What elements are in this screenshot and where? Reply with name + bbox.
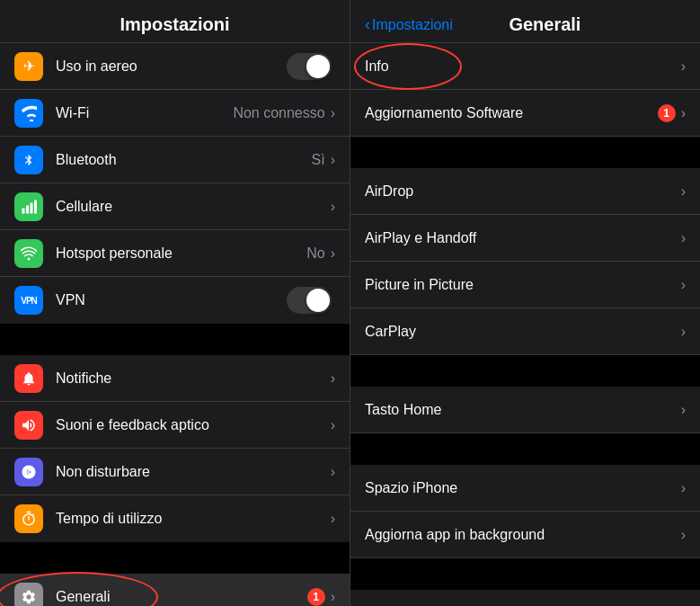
left-panel: Impostazioni ✈ Uso in aereo Wi-Fi Non co… — [0, 0, 350, 606]
section-connectivity: ✈ Uso in aereo Wi-Fi Non connesso › Blue… — [0, 43, 350, 324]
carplay-chevron: › — [681, 324, 686, 340]
back-button[interactable]: ‹ Impostazioni — [365, 15, 453, 34]
right-divider-4 — [350, 558, 700, 590]
row-spazio[interactable]: Spazio iPhone › — [350, 465, 700, 512]
suoni-icon — [14, 411, 43, 440]
notifiche-label: Notifiche — [56, 370, 331, 387]
vpn-toggle[interactable] — [287, 287, 332, 314]
back-label: Impostazioni — [372, 17, 453, 33]
right-header: ‹ Impostazioni Generali — [350, 0, 700, 43]
left-title: Impostazioni — [120, 14, 229, 34]
left-header: Impostazioni — [0, 0, 350, 43]
row-suoni[interactable]: Suoni e feedback aptico › — [0, 402, 350, 449]
suoni-label: Suoni e feedback aptico — [56, 417, 331, 433]
airplane-toggle[interactable] — [287, 53, 332, 80]
vpn-icon: VPN — [14, 286, 43, 315]
generali-icon — [14, 583, 43, 607]
carplay-label: CarPlay — [365, 324, 681, 340]
hotspot-chevron: › — [331, 245, 335, 262]
svg-point-4 — [28, 257, 31, 260]
spazio-label: Spazio iPhone — [365, 480, 681, 496]
nondisturbare-label: Non disturbare — [56, 464, 331, 480]
svg-rect-0 — [22, 208, 25, 213]
row-airplane[interactable]: ✈ Uso in aereo — [0, 43, 350, 90]
row-generali[interactable]: Generali 1 › — [0, 574, 350, 606]
notifiche-icon — [14, 364, 43, 393]
aggiorna-bg-chevron: › — [681, 527, 686, 543]
tastohome-label: Tasto Home — [365, 402, 681, 418]
row-aggiorna-bg[interactable]: Aggiorna app in background › — [350, 512, 700, 558]
airplane-icon: ✈ — [14, 52, 43, 81]
nondisturbare-chevron: › — [331, 464, 335, 480]
aggiorna-bg-label: Aggiorna app in background — [365, 527, 681, 543]
divider-1 — [0, 324, 350, 355]
svg-rect-1 — [26, 205, 29, 213]
aggiornamento-badge: 1 — [658, 104, 676, 122]
pip-chevron: › — [681, 277, 686, 293]
notifiche-chevron: › — [331, 370, 335, 387]
nondisturbare-icon — [14, 458, 43, 486]
row-tastohome[interactable]: Tasto Home › — [350, 387, 700, 433]
row-airplay[interactable]: AirPlay e Handoff › — [350, 215, 700, 262]
bluetooth-icon — [14, 146, 43, 174]
right-section-4: Spazio iPhone › Aggiorna app in backgrou… — [350, 465, 700, 558]
right-section-2: AirDrop › AirPlay e Handoff › Picture in… — [350, 168, 700, 355]
airplay-label: AirPlay e Handoff — [365, 230, 681, 246]
generali-badge: 1 — [307, 588, 325, 606]
cellular-chevron: › — [331, 199, 335, 215]
row-bluetooth[interactable]: Bluetooth Sì › — [0, 137, 350, 183]
row-cellular[interactable]: Cellulare › — [0, 183, 350, 230]
airdrop-label: AirDrop — [365, 183, 681, 200]
divider-2 — [0, 542, 350, 574]
row-carplay[interactable]: CarPlay › — [350, 308, 700, 355]
bluetooth-chevron: › — [331, 152, 335, 168]
airdrop-chevron: › — [681, 183, 686, 200]
row-nondisturbare[interactable]: Non disturbare › — [0, 449, 350, 495]
suoni-chevron: › — [331, 417, 335, 433]
wifi-chevron: › — [331, 105, 335, 121]
row-aggiornamento[interactable]: Aggiornamento Software 1 › — [350, 90, 700, 137]
section-notifications: Notifiche › Suoni e feedback aptico › No… — [0, 355, 350, 542]
right-panel: ‹ Impostazioni Generali Info › Aggiornam… — [350, 0, 700, 606]
bluetooth-label: Bluetooth — [56, 152, 312, 168]
airplay-chevron: › — [681, 230, 686, 246]
tastohome-chevron: › — [681, 402, 686, 418]
info-chevron: › — [681, 58, 686, 75]
wifi-label: Wi-Fi — [56, 105, 233, 121]
tempo-chevron: › — [331, 511, 335, 527]
cellular-label: Cellulare — [56, 199, 331, 215]
bluetooth-value: Sì — [312, 152, 325, 168]
row-data-ora[interactable]: Data e ora › — [350, 590, 700, 606]
tempo-icon — [14, 504, 43, 533]
right-divider-2 — [350, 355, 700, 387]
back-chevron-icon: ‹ — [365, 15, 370, 34]
spazio-chevron: › — [681, 480, 686, 496]
vpn-label: VPN — [56, 292, 287, 308]
row-pip[interactable]: Picture in Picture › — [350, 262, 700, 308]
hotspot-value: No — [306, 245, 324, 262]
right-section-3: Tasto Home › — [350, 387, 700, 433]
row-info[interactable]: Info › — [350, 43, 700, 90]
right-divider-3 — [350, 433, 700, 465]
aggiornamento-label: Aggiornamento Software — [365, 105, 658, 121]
right-settings-list: Info › Aggiornamento Software 1 › AirDro… — [350, 43, 700, 606]
row-wifi[interactable]: Wi-Fi Non connesso › — [0, 90, 350, 137]
row-hotspot[interactable]: Hotspot personale No › — [0, 230, 350, 277]
settings-list: ✈ Uso in aereo Wi-Fi Non connesso › Blue… — [0, 43, 350, 606]
generali-label: Generali — [56, 589, 307, 605]
svg-rect-3 — [34, 200, 37, 213]
wifi-icon — [14, 99, 43, 128]
info-label: Info — [365, 58, 681, 75]
row-vpn[interactable]: VPN VPN — [0, 277, 350, 324]
hotspot-icon — [14, 239, 43, 268]
vpn-toggle-knob — [306, 289, 330, 312]
airplane-label: Uso in aereo — [56, 58, 287, 75]
wifi-value: Non connesso — [233, 105, 324, 121]
generali-chevron: › — [331, 589, 335, 605]
row-notifiche[interactable]: Notifiche › — [0, 355, 350, 402]
row-airdrop[interactable]: AirDrop › — [350, 168, 700, 215]
section-generali: Generali 1 › Centro di Controllo › — [0, 574, 350, 606]
svg-rect-2 — [31, 202, 33, 213]
row-tempo[interactable]: Tempo di utilizzo › — [0, 495, 350, 542]
right-title: Generali — [509, 14, 580, 35]
